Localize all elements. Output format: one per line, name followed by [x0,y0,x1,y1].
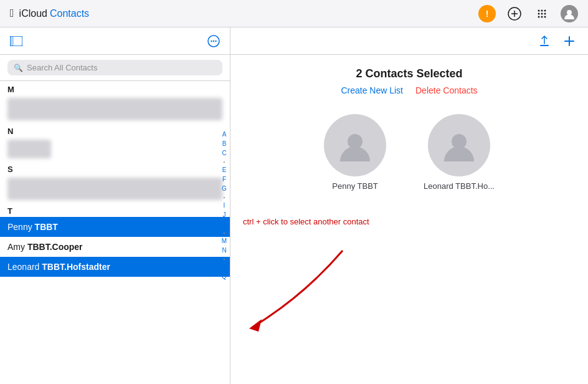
section-header-m: M [0,81,230,95]
svg-marker-24 [249,319,262,332]
upload-icon[interactable] [536,32,553,50]
blurred-contact-n1 [7,140,51,158]
hint-text: ctrl + click to select another contact [243,217,369,226]
svg-point-10 [541,16,543,17]
leonard-avatar-circle [428,114,490,176]
svg-point-16 [211,40,212,41]
svg-point-3 [538,9,540,11]
alpha-dot-4: • [224,256,225,262]
topbar:  iCloud Contacts ! [0,0,588,27]
blurred-contact-s1 [7,178,222,200]
warning-icon[interactable]: ! [478,5,496,22]
section-header-n: N [0,123,230,137]
sidebar: 🔍 M N S T Penny TBBT Amy TBBT.Cooper [0,27,230,384]
svg-point-6 [538,12,540,14]
blurred-contact-m1 [7,98,222,120]
add-circle-icon[interactable] [506,5,523,22]
delete-contacts-link[interactable]: Delete Contacts [415,85,478,95]
alpha-k[interactable]: K [222,220,227,229]
user-avatar[interactable] [561,5,578,22]
alpha-c[interactable]: C [222,149,226,158]
grid-icon[interactable] [533,5,551,22]
svg-point-9 [538,16,540,17]
create-new-list-link[interactable]: Create New List [341,85,403,95]
apple-logo-icon:  [10,7,14,20]
topbar-left:  iCloud Contacts [10,7,89,20]
leonard-avatar-name: Leonard TBBT.Ho... [424,181,495,191]
contact-item-penny[interactable]: Penny TBBT [0,217,230,237]
main-layout: 🔍 M N S T Penny TBBT Amy TBBT.Cooper [0,27,588,384]
alpha-m[interactable]: M [222,237,227,246]
svg-rect-19 [540,45,549,46]
alpha-e[interactable]: E [222,166,227,175]
alpha-b[interactable]: B [222,140,227,148]
alpha-g[interactable]: G [222,185,227,193]
action-links: Create New List Delete Contacts [341,85,477,95]
right-toolbar [230,27,588,55]
right-panel: 2 Contacts Selected Create New List Dele… [230,27,588,384]
icloud-label: iCloud [19,8,47,19]
svg-point-7 [541,12,543,14]
sidebar-toolbar [0,27,230,55]
alpha-dot-2: • [224,194,225,201]
section-header-s: S [0,161,230,175]
svg-point-12 [567,10,572,15]
alpha-p[interactable]: P [222,263,227,272]
alpha-a[interactable]: A [222,130,227,139]
svg-point-11 [544,16,546,17]
alpha-f[interactable]: F [222,175,226,184]
penny-avatar-circle [324,114,386,176]
contact-name-amy: Amy TBBT.Cooper [7,242,83,252]
contact-name-penny: Penny TBBT [7,222,58,232]
add-contact-icon[interactable] [561,32,578,50]
arrow-overlay [243,232,455,347]
svg-rect-13 [10,36,14,46]
svg-point-8 [544,12,546,14]
svg-point-17 [213,40,214,41]
search-icon: 🔍 [14,64,23,72]
contacts-selected-title: 2 Contacts Selected [356,67,462,80]
alpha-i[interactable]: I [224,201,225,210]
search-bar: 🔍 [0,55,230,81]
search-input-wrapper[interactable]: 🔍 [7,60,222,75]
section-header-t: T [0,203,230,217]
penny-avatar-name: Penny TBBT [332,181,377,191]
contact-avatar-leonard: Leonard TBBT.Ho... [424,114,495,191]
svg-point-18 [215,40,216,41]
alpha-dot-1: • [224,158,225,165]
contact-name-leonard: Leonard TBBT.Hofstadter [7,262,110,272]
contact-item-leonard[interactable]: Leonard TBBT.Hofstadter [0,257,230,277]
alpha-n[interactable]: N [222,246,226,255]
contact-avatar-penny: Penny TBBT [324,114,386,191]
contacts-label: Contacts [50,8,89,19]
svg-point-4 [541,9,543,11]
contact-item-amy[interactable]: Amy TBBT.Cooper [0,237,230,257]
toggle-sidebar-icon[interactable] [7,32,25,50]
right-content: 2 Contacts Selected Create New List Dele… [230,55,588,384]
alpha-dot-3: • [224,229,225,236]
search-input[interactable] [27,63,216,72]
avatars-row: Penny TBBT Leonard TBBT.Ho... [324,114,495,191]
alpha-index: A B C • E F G • I J K • M N • P Q [219,27,230,384]
contact-list[interactable]: M N S T Penny TBBT Amy TBBT.Cooper Leona… [0,81,230,384]
alpha-q[interactable]: Q [222,272,227,281]
svg-point-5 [544,9,546,11]
topbar-right: ! [478,5,578,22]
alpha-j[interactable]: J [223,211,226,219]
